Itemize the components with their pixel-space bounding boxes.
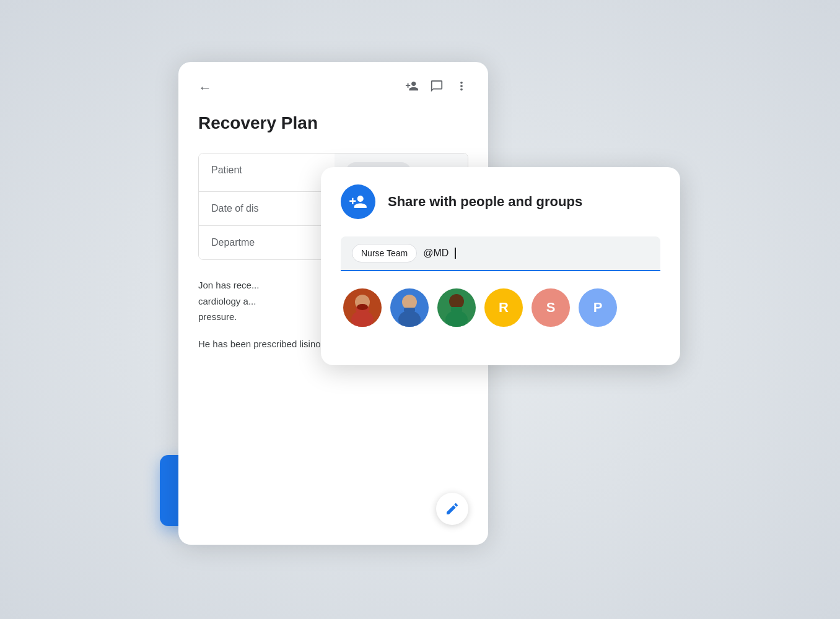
share-icon-circle (341, 184, 375, 219)
avatar-p-letter: P (593, 300, 603, 316)
avatar-p[interactable]: P (579, 288, 617, 327)
person2-illustration (390, 288, 429, 327)
nurse-team-chip[interactable]: Nurse Team (352, 244, 417, 262)
svg-point-8 (445, 311, 468, 327)
dept-label: Departme (199, 226, 335, 259)
edit-fab[interactable] (436, 493, 468, 525)
doc-header: ← (198, 79, 468, 96)
person3-illustration (437, 288, 476, 327)
doc-title: Recovery Plan (198, 113, 468, 133)
svg-point-3 (357, 304, 368, 310)
date-label: Date of dis (199, 192, 335, 225)
avatar-s[interactable]: S (532, 288, 570, 327)
avatars-row: R S P (341, 288, 660, 327)
svg-point-5 (398, 311, 421, 327)
share-title: Share with people and groups (388, 194, 582, 210)
avatar-r[interactable]: R (484, 288, 523, 327)
share-dialog: Share with people and groups Nurse Team … (321, 167, 680, 365)
text-cursor (455, 248, 456, 259)
share-typed-text: @MD (423, 248, 448, 259)
share-person-add-icon (349, 193, 367, 211)
person1-illustration (343, 288, 382, 327)
patient-label: Patient (199, 154, 335, 191)
back-button[interactable]: ← (198, 80, 212, 96)
add-person-icon[interactable] (405, 79, 419, 96)
avatar-person3[interactable] (437, 288, 476, 327)
avatar-person1[interactable] (343, 288, 382, 327)
svg-point-7 (449, 294, 464, 309)
svg-point-1 (351, 311, 374, 327)
notes-icon[interactable] (430, 79, 444, 96)
share-header: Share with people and groups (341, 184, 660, 219)
svg-rect-9 (451, 307, 462, 312)
edit-icon (445, 501, 460, 516)
avatar-r-letter: R (499, 300, 509, 316)
avatar-person2[interactable] (390, 288, 429, 327)
more-icon[interactable] (455, 79, 468, 96)
share-input-area[interactable]: Nurse Team @MD (341, 236, 660, 271)
svg-rect-6 (404, 308, 415, 312)
avatar-s-letter: S (546, 300, 556, 316)
header-actions (405, 79, 468, 96)
svg-point-4 (402, 295, 417, 310)
